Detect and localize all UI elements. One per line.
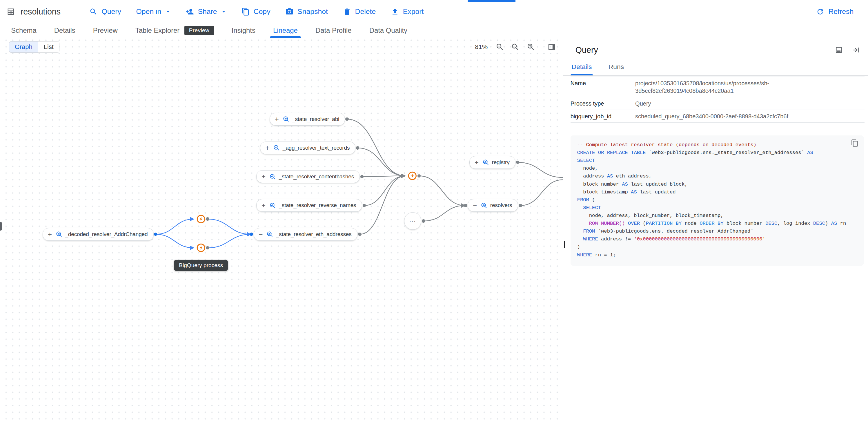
tab-insights[interactable]: Insights [223,23,264,38]
query-button[interactable]: Query [84,4,127,19]
copy-button[interactable]: Copy [236,4,276,19]
page-title: resolutions [21,7,61,17]
lineage-more-node[interactable]: ... [404,212,421,230]
zoom-reset-button[interactable] [526,42,535,52]
tab-label: Preview [93,26,118,34]
delete-button[interactable]: Delete [337,4,381,19]
loading-bar [468,0,515,2]
more-label: ... [409,216,416,223]
lineage-node-contenthashes[interactable]: +_state_resolver_contenthashes [256,170,360,183]
tab-label: Schema [11,26,36,34]
collapse-panel-button[interactable] [852,46,861,54]
tab-details[interactable]: Details [45,23,84,38]
detail-value: Query [635,100,819,108]
snapshot-button[interactable]: Snapshot [280,4,333,19]
collapse-icon[interactable]: − [472,202,478,209]
zoom-out-button[interactable] [511,42,520,52]
lineage-process-node[interactable] [196,215,206,223]
connection-dot[interactable] [519,204,522,207]
export-button[interactable]: Export [385,4,429,19]
lineage-node-reverse[interactable]: +_state_resolver_reverse_names [256,199,362,212]
tab-label: Data Quality [369,26,407,34]
connection-dot[interactable] [356,146,359,149]
dock-bottom-button[interactable] [835,46,843,54]
refresh-icon [816,7,825,16]
open-in-button[interactable]: Open in [130,4,176,19]
zoom-in-button[interactable] [495,42,504,52]
canvas-scrollbar-thumb[interactable] [0,222,2,231]
expand-icon[interactable]: + [260,202,267,209]
tab-label: Data Profile [315,26,352,34]
delete-icon [343,7,351,16]
lineage-node-agg[interactable]: +_agg_resolver_text_records [260,142,355,154]
node-label: _state_resolver_abi [292,116,339,122]
bigquery-table-icon [481,202,487,209]
copy-icon [851,139,859,147]
lineage-process-node[interactable] [408,172,417,180]
tab-lineage[interactable]: Lineage [264,23,306,38]
button-label: Copy [254,7,271,16]
panel-title: Query [576,45,598,55]
panel-tab-details[interactable]: Details [570,60,593,75]
connection-dot[interactable] [206,217,209,220]
tab-preview[interactable]: Preview [84,23,126,38]
lineage-node-registry[interactable]: +registry [469,156,515,169]
connection-dot[interactable] [345,117,348,121]
lineage-node-eth[interactable]: −_state_resolver_eth_addresses [254,228,358,241]
lineage-node-resolvers[interactable]: −resolvers [468,199,518,212]
expand-icon[interactable]: + [274,116,280,123]
lineage-node-abi[interactable]: +_state_resolver_abi [270,113,345,126]
tab-data-profile[interactable]: Data Profile [306,23,360,38]
toggle-side-panel-button[interactable] [547,42,556,52]
table-resource-icon [7,7,15,16]
collapse-right-icon [852,46,861,54]
connection-dot[interactable] [417,174,421,178]
panel-tab-runs[interactable]: Runs [608,60,625,75]
connection-dot[interactable] [464,204,467,207]
connection-dot[interactable] [250,233,253,236]
expand-icon[interactable]: + [260,173,267,180]
view-toggle-list[interactable]: List [38,41,59,52]
bigquery-table-icon [483,159,489,165]
bigquery-table-icon [56,231,62,238]
copy-icon [242,7,250,16]
lineage-node-decoded[interactable]: +_decoded_resolver_AddrChanged [42,228,154,241]
button-label: Delete [355,7,376,16]
detail-label: Process type [570,100,635,108]
text-cursor [564,241,565,248]
tab-bar: SchemaDetailsPreviewTable ExplorerPrevie… [0,23,868,38]
tab-table-explorer[interactable]: Table ExplorerPreview [126,23,223,38]
detail-value: scheduled_query_68be3400-0000-2aef-8898-… [635,113,819,120]
view-toggle-graph[interactable]: Graph [9,41,38,52]
lineage-canvas[interactable]: +_state_resolver_abi+_agg_resolver_text_… [0,38,563,424]
connection-dot[interactable] [206,246,209,249]
connection-dot[interactable] [422,219,425,222]
lineage-edge [518,162,563,178]
button-label: Open in [136,7,161,16]
expand-icon[interactable]: + [265,145,271,151]
copy-sql-button[interactable] [851,139,859,147]
details-panel: Query DetailsRuns Nameprojects/103530163… [563,38,868,424]
bigquery-console: resolutions QueryOpen inShareCopySnapsho… [0,0,868,424]
tooltip-text: BigQuery process [179,262,223,268]
node-label: _state_resolver_contenthashes [279,174,354,180]
node-label: resolvers [490,202,512,209]
button-label: Snapshot [298,7,328,16]
side-panel-icon [547,42,556,52]
expand-icon[interactable]: + [47,231,53,238]
tab-label: Lineage [273,26,298,34]
connection-dot[interactable] [516,161,519,164]
detail-label: Name [570,80,635,95]
collapse-icon[interactable]: − [258,231,264,238]
lineage-edge [358,148,405,176]
lineage-edge [419,176,465,205]
tab-data-quality[interactable]: Data Quality [360,23,416,38]
refresh-button[interactable]: Refresh [811,4,859,19]
resource-title-group: resolutions [7,7,61,17]
caret-down-icon [165,9,171,14]
share-button[interactable]: Share [180,4,232,19]
tab-schema[interactable]: Schema [2,23,45,38]
lineage-process-node[interactable] [196,243,206,252]
panel-header: Query [563,38,868,60]
expand-icon[interactable]: + [474,159,480,166]
